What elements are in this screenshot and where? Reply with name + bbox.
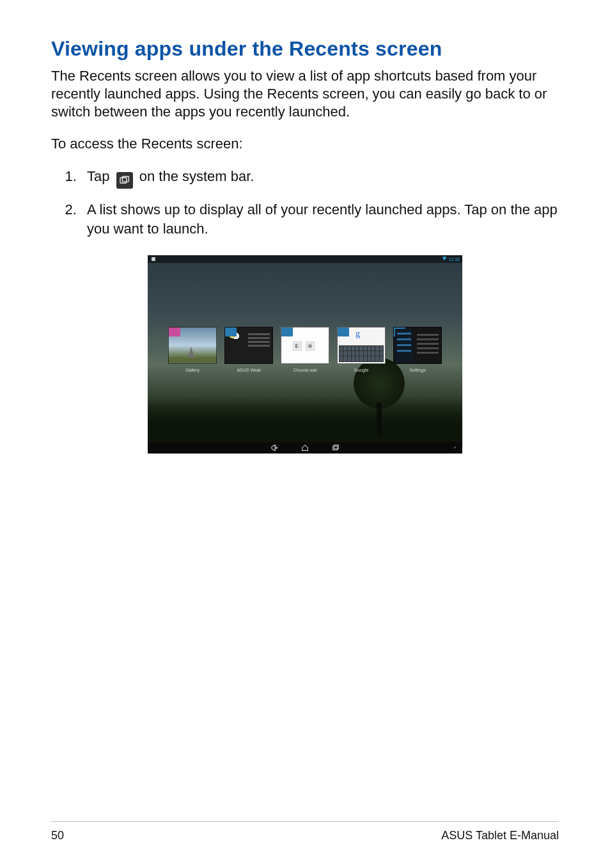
svg-rect-0 bbox=[120, 178, 127, 183]
tablet-screenshot: 12:10 Gallery ASUS Weat bbox=[148, 255, 462, 454]
section-heading: Viewing apps under the Recents screen bbox=[51, 37, 559, 61]
page-number: 50 bbox=[51, 829, 64, 842]
recents-nav-icon[interactable] bbox=[331, 443, 340, 452]
recent-thumb-settings bbox=[393, 327, 442, 364]
home-icon[interactable] bbox=[301, 443, 309, 452]
footer-rule bbox=[51, 821, 559, 822]
nav-more-icon[interactable] bbox=[454, 446, 456, 448]
status-time: 12:10 bbox=[448, 257, 460, 262]
recent-label: Google bbox=[354, 368, 369, 372]
svg-rect-3 bbox=[334, 445, 338, 448]
recent-label: ASUS Weat bbox=[237, 368, 260, 372]
recent-card-settings[interactable]: Settings bbox=[393, 327, 442, 372]
recents-row: Gallery ASUS Weat ◧▣ Choose wal bbox=[148, 327, 462, 372]
recent-thumb-gallery bbox=[168, 327, 217, 364]
svg-rect-1 bbox=[122, 177, 129, 182]
step-1-text-b: on the system bar. bbox=[139, 168, 254, 184]
step-2: A list shows up to display all of your r… bbox=[81, 200, 559, 238]
recent-label: Choose wal bbox=[293, 368, 317, 372]
recent-card-wallpaper[interactable]: ◧▣ Choose wal bbox=[281, 327, 329, 372]
footer-title: ASUS Tablet E-Manual bbox=[441, 829, 559, 842]
recent-label: Gallery bbox=[185, 368, 199, 372]
intro-paragraph: The Recents screen allows you to view a … bbox=[51, 67, 559, 121]
step-1-text-a: Tap bbox=[87, 168, 114, 184]
steps-list: Tap on the system bar. A list shows up t… bbox=[51, 167, 559, 238]
status-dot bbox=[152, 257, 155, 261]
screenshot-figure: 12:10 Gallery ASUS Weat bbox=[51, 255, 559, 454]
svg-rect-2 bbox=[333, 446, 338, 450]
page-footer: 50 ASUS Tablet E-Manual bbox=[51, 829, 559, 842]
recent-card-weather[interactable]: ASUS Weat bbox=[224, 327, 273, 372]
google-g-icon: g bbox=[356, 329, 360, 339]
back-icon[interactable] bbox=[270, 443, 279, 452]
recent-card-gallery[interactable]: Gallery bbox=[168, 327, 217, 372]
wifi-icon bbox=[442, 256, 447, 261]
recent-thumb-wallpaper: ◧▣ bbox=[281, 327, 329, 364]
status-right: 12:10 bbox=[442, 256, 460, 262]
system-bar bbox=[148, 442, 462, 454]
recent-thumb-weather bbox=[224, 327, 273, 364]
wallpaper-ground bbox=[148, 397, 462, 442]
lead-paragraph: To access the Recents screen: bbox=[51, 135, 559, 153]
recents-icon bbox=[116, 172, 133, 189]
recent-label: Settings bbox=[409, 368, 425, 372]
step-1: Tap on the system bar. bbox=[81, 167, 559, 189]
recent-card-google[interactable]: g Google bbox=[337, 327, 386, 372]
status-bar: 12:10 bbox=[148, 255, 462, 263]
recent-thumb-google: g bbox=[337, 327, 386, 364]
manual-page: Viewing apps under the Recents screen Th… bbox=[0, 0, 610, 868]
